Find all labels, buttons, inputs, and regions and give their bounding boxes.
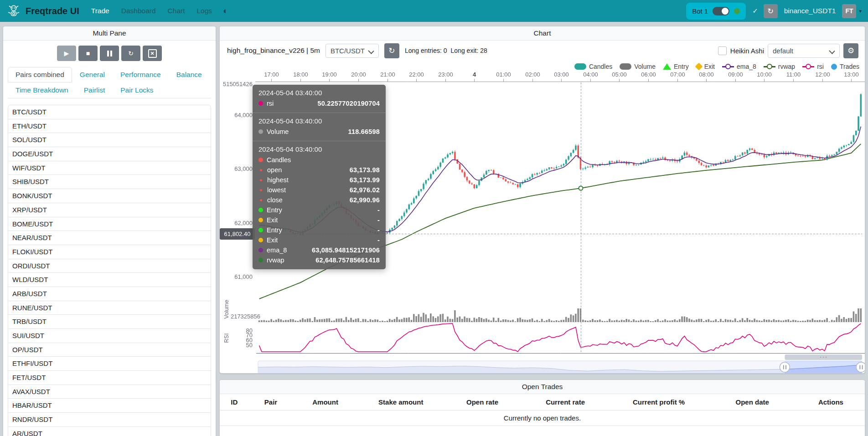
tab-pair-locks[interactable]: Pair Locks [113, 82, 161, 98]
tooltip-timestamp: 2024-05-04 03:40:00 [258, 145, 380, 153]
pair-list-item[interactable]: XRP/USDT [8, 203, 211, 217]
tooltip-value: 50.22577020190704 [318, 100, 380, 107]
reload-config-button[interactable]: ↻ [121, 46, 140, 61]
pair-list-item[interactable]: BONK/USDT [8, 189, 211, 203]
series-dot-icon [258, 228, 263, 232]
bot-selector[interactable]: Bot 1 [686, 3, 746, 20]
open-trades-header-row: IDPairAmountStake amountOpen rateCurrent… [220, 394, 865, 410]
tooltip-label: lowest [267, 186, 286, 194]
pair-list-item[interactable]: HBAR/USDT [8, 399, 211, 413]
tooltip-row-candles: Candles [258, 155, 380, 165]
nav-link-chart[interactable]: Chart [168, 7, 185, 15]
pair-list-item[interactable]: SHIB/USDT [8, 175, 211, 189]
check-icon: ✓ [752, 7, 758, 15]
series-dot-icon [260, 189, 262, 191]
tooltip-row-exit: Exit- [258, 235, 380, 245]
pair-list-item[interactable]: RUNE/USDT [8, 301, 211, 315]
tab-general[interactable]: General [72, 67, 113, 82]
chevron-down-icon [829, 48, 835, 54]
tooltip-label: Exit [267, 236, 278, 244]
nav-link-dashboard[interactable]: Dashboard [121, 7, 156, 15]
pair-list-item[interactable]: ETH/USDT [8, 119, 211, 133]
clear-chart-button[interactable]: ✕ [143, 46, 162, 61]
plot-config-select[interactable]: default [768, 44, 840, 58]
long-exit-label: Long exit: 28 [451, 47, 487, 54]
tooltip-row-entry: Entry- [258, 205, 380, 215]
chart-title: Chart [220, 26, 865, 41]
pair-list-item[interactable]: SOL/USDT [8, 133, 211, 147]
brand-title: Freqtrade UI [26, 6, 79, 16]
series-dot-icon [258, 101, 263, 106]
tooltip-value: 118.66598 [348, 128, 380, 135]
pair-list-item[interactable]: ARB/USDT [8, 287, 211, 301]
pair-list-item[interactable]: OP/USDT [8, 343, 211, 357]
navbar: Freqtrade UI TradeDashboardChartLogs ◐ B… [0, 0, 868, 22]
bot-toggle-knob [722, 8, 728, 15]
stop-button[interactable]: ■ [78, 46, 98, 61]
tooltip-value: 63,173.99 [350, 176, 380, 184]
tab-time-breakdown[interactable]: Time Breakdown [8, 82, 76, 98]
pair-list-item[interactable]: ORDI/USDT [8, 259, 211, 273]
tab-pairlist[interactable]: Pairlist [76, 82, 113, 98]
freqtrade-logo-icon [6, 4, 21, 18]
open-trades-title: Open Trades [220, 380, 865, 394]
tooltip-label: rsi [267, 100, 274, 107]
series-dot-icon [258, 208, 263, 212]
column-header-current-profit-: Current profit % [610, 394, 708, 410]
nav-link-logs[interactable]: Logs [196, 7, 212, 15]
tab-pairs-combined[interactable]: Pairs combined [8, 67, 72, 82]
series-dot-icon [258, 158, 263, 162]
tooltip-row-rvwap: rvwap62,648.75785661418 [258, 255, 380, 265]
pair-list-item[interactable]: AVAX/USDT [8, 385, 211, 399]
pair-list-item[interactable]: WIF/USDT [8, 161, 211, 175]
pause-button[interactable] [100, 46, 119, 61]
pair-list-item[interactable]: BOME/USDT [8, 217, 211, 231]
pair-list-item[interactable]: DOGE/USDT [8, 147, 211, 161]
nav-link-trade[interactable]: Trade [91, 7, 109, 15]
user-avatar[interactable]: FT [842, 4, 856, 18]
series-dot-icon [258, 248, 263, 252]
series-dot-icon [258, 129, 263, 134]
tooltip-row-exit: Exit- [258, 215, 380, 225]
pair-list-item[interactable]: SUI/USDT [8, 329, 211, 343]
bot-toggle[interactable] [713, 7, 729, 15]
pair-list-item[interactable]: BTC/USDT [8, 105, 211, 119]
heikin-ashi-checkbox[interactable] [718, 46, 727, 55]
chevron-down-icon [368, 48, 374, 54]
bot-name: Bot 1 [692, 7, 708, 15]
column-header-open-rate: Open rate [444, 394, 521, 410]
reload-bot-button[interactable]: ↻ [764, 4, 778, 18]
tooltip-row-open: open63,173.98 [258, 165, 380, 175]
ema_8-swatch-icon [722, 66, 734, 67]
open-trades-panel: Open Trades IDPairAmountStake amountOpen… [219, 380, 865, 436]
multi-pane-title: Multi Pane [3, 26, 216, 41]
tab-performance[interactable]: Performance [113, 67, 169, 82]
tooltip-label: Entry [267, 206, 282, 214]
chart-toolbar-right: Heikin Ashi default ⚙ [718, 43, 865, 58]
theme-toggle-icon[interactable]: ◐ [223, 6, 228, 16]
refresh-chart-button[interactable]: ↻ [384, 43, 399, 58]
pair-list-item[interactable]: AR/USDT [8, 427, 211, 436]
tooltip-row-highest: highest63,173.99 [258, 175, 380, 185]
user-menu-caret-icon[interactable]: ▾ [859, 8, 862, 14]
tooltip-value: 63,173.98 [350, 166, 380, 174]
pair-list-item[interactable]: ETHFI/USDT [8, 357, 211, 371]
main-nav: TradeDashboardChartLogs [91, 7, 212, 15]
tooltip-value: 62,990.96 [350, 196, 380, 204]
pair-list-item[interactable]: NEAR/USDT [8, 231, 211, 245]
pair-list-item[interactable]: FLOKI/USDT [8, 245, 211, 259]
tooltip-row-close: close62,990.96 [258, 195, 380, 205]
tab-balance[interactable]: Balance [169, 67, 210, 82]
plot-settings-button[interactable]: ⚙ [843, 43, 858, 58]
pair-list-item[interactable]: WLD/USDT [8, 273, 211, 287]
start-button[interactable]: ▶ [57, 46, 76, 61]
column-header-open-date: Open date [708, 394, 797, 410]
tooltip-row-rsi: rsi50.22577020190704 [258, 98, 380, 108]
pair-select[interactable]: BTC/USDT [326, 44, 379, 58]
pair-list-item[interactable]: TRB/USDT [8, 315, 211, 329]
tooltip-value: - [377, 236, 380, 244]
pair-list-item[interactable]: RNDR/USDT [8, 413, 211, 427]
chart-panel: Chart high_frog_binance_v226 | 5m BTC/US… [219, 26, 865, 374]
column-header-stake-amount: Stake amount [358, 394, 444, 410]
pair-list-item[interactable]: FET/USDT [8, 371, 211, 385]
